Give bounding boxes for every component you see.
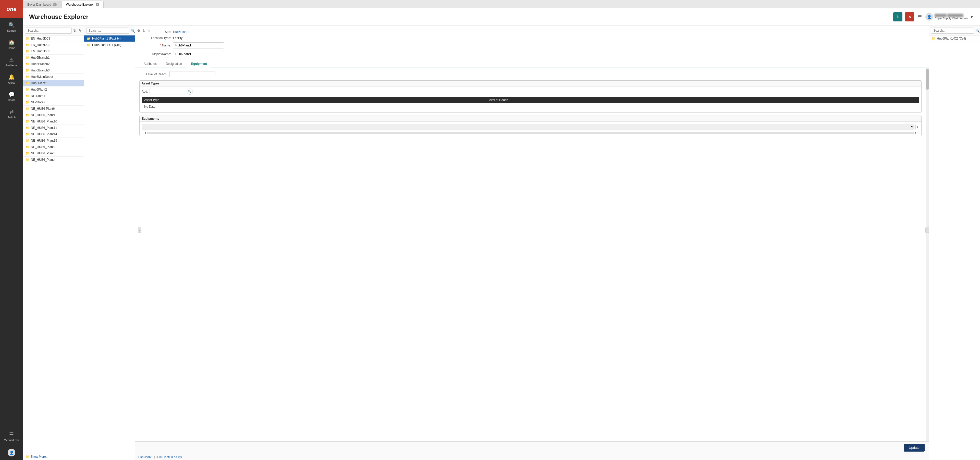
content-body: ↻ ✎ 📁EN_Hub6DC1📁EN_Hub6DC2📁EN_Hub6DC3📁Hu… [23,26,980,460]
close-button[interactable]: ✕ [905,12,914,21]
site-value[interactable]: Hub6Plant1 [173,30,189,34]
app-logo[interactable]: one [0,0,23,18]
list-item[interactable]: 📁NE_HUB6_Plant14 [23,131,84,138]
tab-buyer-dashboard[interactable]: Buyer Dashboard ✕ [23,1,61,8]
no-data-cell: No Data [142,103,919,110]
tab-equipment[interactable]: Equipment [187,60,211,68]
add-search-btn[interactable]: 🔍 [187,89,193,95]
list-item[interactable]: 📁NE_HUB6_Plant10 [23,118,84,125]
facility-item-label: Hub6Plant1-C1 (Cell) [92,43,121,47]
breadcrumb-hub6plant1[interactable]: Hub6Plant1 [138,455,153,458]
list-item[interactable]: 📁Hub6Plant1 (Facility) [84,35,135,42]
panel4-search-input[interactable] [931,27,974,34]
sidebar-item-switch[interactable]: ⇄ Switch [0,105,23,122]
list-item[interactable]: 📁NE-Store1 [23,93,84,99]
equip-dropdown-btn[interactable]: ▾ [915,125,919,129]
panel-detail: Site: Hub6Plant1 Location Type: Facility… [135,26,929,460]
asset-types-body: Add: 🔍 Asset Type [140,87,921,112]
site-item-label: Hub6Branch3 [31,69,49,72]
panel4-search-btn[interactable]: 🔍 [975,28,980,33]
panel-facilities: 🔍 ⚙ ↻ ✕ 📁Hub6Plant1 (Facility)📁Hub6Plant… [84,26,135,460]
user-avatar: 👤 [925,13,933,21]
site-item-label: NE_HUB6-Plant6 [31,107,55,111]
scroll-track[interactable] [147,132,914,134]
update-button[interactable]: Update [904,444,924,452]
panel2-collapse-btn[interactable]: › [138,227,142,233]
list-item[interactable]: 📁EN_Hub6DC3 [23,48,84,55]
sidebar-item-user-avatar[interactable]: 👤 [0,445,23,460]
list-item[interactable]: 📁Hub6Plant1-C1 (Cell) [84,42,135,48]
show-more-btn[interactable]: 📁 Show More... [23,454,84,460]
list-item[interactable]: 📁Hub6Plant1 [23,80,84,87]
breadcrumb-hub6plant1-facility[interactable]: Hub6Plant1 (Facility) [156,455,182,458]
tab-warehouse-explorer-close[interactable]: ✕ [96,3,99,6]
user-dropdown-button[interactable]: ▾ [969,13,974,21]
location-type-label: Location Type: [140,36,171,40]
sidebar-item-menus-favs[interactable]: ☰ Menus/Favs [0,428,23,445]
folder-icon: 📁 [25,37,29,40]
tab-warehouse-explorer[interactable]: Warehouse Explorer ✕ [62,1,103,8]
tab-designation[interactable]: Designation [162,60,186,68]
list-item[interactable]: 📁Hub6Plant1-C2 (Cell) [929,35,980,42]
list-item[interactable]: 📁Hub6Branch1 [23,55,84,61]
sidebar: one 🔍 Search 🏠 Home ⚠ Problems 🔔 Alerts … [0,0,23,460]
refresh-button[interactable]: ↻ [893,12,902,21]
panel1-edit-btn[interactable]: ✎ [78,28,82,33]
list-item[interactable]: 📁NE_HUB6_Plant15 [23,138,84,144]
list-item[interactable]: 📁Hub6Branch2 [23,61,84,67]
list-item[interactable]: 📁Hub6Plant2 [23,87,84,93]
site-item-label: NE_HUB6_Plant11 [31,126,57,130]
panel2-search-input[interactable] [86,27,129,34]
panel2-search-btn[interactable]: 🔍 [130,28,135,33]
equipments-legend: Equipments [140,116,921,122]
list-item[interactable]: 📁NE_HUB6-Plant6 [23,106,84,112]
equip-select[interactable] [142,124,915,130]
tab-attributes[interactable]: Attributes [139,60,161,68]
menu-button[interactable]: ☰ [917,13,923,21]
list-item[interactable]: 📁Hub6Branch3 [23,67,84,74]
no-data-row: No Data [142,103,919,110]
folder-icon: 📁 [25,49,29,53]
tab-warehouse-explorer-label: Warehouse Explorer [66,3,94,6]
alerts-icon: 🔔 [8,74,15,80]
detail-vert-scroll[interactable] [926,68,929,441]
list-item[interactable]: 📁NE_HUB6_Plant4 [23,157,84,163]
list-item[interactable]: 📁NE_HUB6_Plant11 [23,125,84,131]
list-item[interactable]: 📁EN_Hub6DC2 [23,42,84,48]
list-item[interactable]: 📁NE_HUB6_Plant1 [23,112,84,118]
scroll-right-arrow[interactable]: ► [915,132,917,134]
folder-icon: 📁 [25,107,29,111]
site-row: Site: Hub6Plant1 [140,30,924,34]
scroll-left-arrow[interactable]: ◄ [144,132,146,134]
list-item[interactable]: 📁NE_HUB6_Plant2 [23,144,84,150]
add-row: Add: 🔍 [142,89,919,95]
page-title: Warehouse Explorer [29,13,89,21]
list-item[interactable]: 📁NE-Store2 [23,99,84,106]
main-area: Buyer Dashboard ✕ Warehouse Explorer ✕ W… [23,0,980,460]
level-of-reach-input[interactable] [169,71,215,77]
sidebar-item-home[interactable]: 🏠 Home [0,36,23,53]
sidebar-item-alerts[interactable]: 🔔 Alerts [0,70,23,88]
sidebar-item-chats[interactable]: 💬 Chats [0,88,23,105]
list-item[interactable]: 📁EN_Hub6DC1 [23,35,84,42]
folder-icon: 📁 [25,62,29,66]
site-item-label: NE_HUB6_Plant4 [31,158,56,162]
asset-types-legend: Asset Types [140,81,921,87]
folder-icon: 📁 [25,56,29,59]
panel4-collapse-btn[interactable]: ‹ [925,227,929,233]
tab-buyer-dashboard-close[interactable]: ✕ [53,3,57,6]
sidebar-item-problems[interactable]: ⚠ Problems [0,53,23,70]
displayname-input[interactable] [173,51,224,57]
equipments-body: ▾ ◄ ► [140,122,921,136]
panel1-search-input[interactable] [25,27,72,34]
list-item[interactable]: 📁Hub6MainDepot [23,74,84,80]
asset-types-table: Asset Type Level of Reach [142,97,919,110]
name-input[interactable] [173,42,224,49]
panel1-refresh-btn[interactable]: ↻ [73,28,77,33]
site-item-label: NE_HUB6_Plant2 [31,145,56,149]
site-item-label: NE_HUB6_Plant10 [31,120,57,123]
add-input[interactable] [150,89,185,94]
list-item[interactable]: 📁NE_HUB6_Plant3 [23,150,84,157]
sidebar-label-chats: Chats [8,98,15,102]
sidebar-item-search[interactable]: 🔍 Search [0,18,23,36]
